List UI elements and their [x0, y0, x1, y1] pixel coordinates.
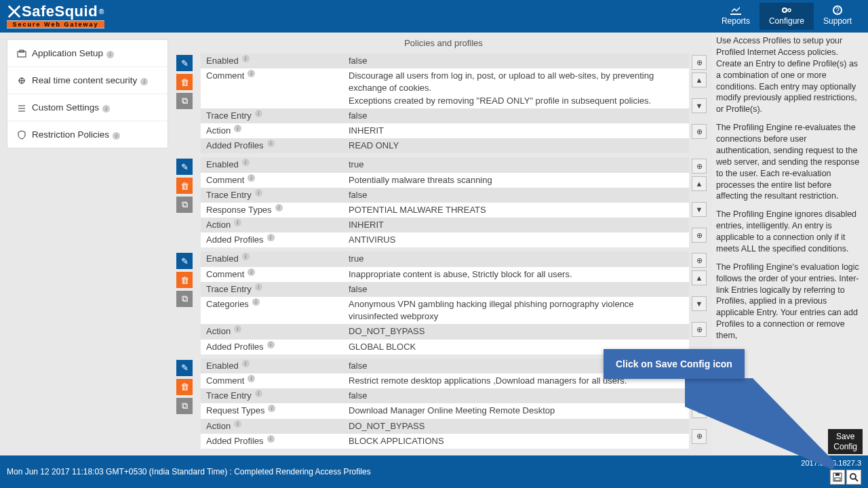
rule-row: ActionINHERIT: [201, 218, 689, 232]
move-bottom-button[interactable]: ⊕: [692, 124, 707, 139]
tagline: Secure Web Gateway: [7, 20, 104, 28]
rule-key: Trace Entry: [203, 283, 346, 296]
nav-support[interactable]: ? Support: [814, 3, 861, 30]
version-text: 2017.0506.1827.3: [801, 459, 861, 467]
rule-row: CommentInappropriate content is abuse, S…: [201, 267, 689, 282]
main: Application Setup Real time content secu…: [0, 33, 868, 455]
help-text: The Profiling Engine re-evaluates the co…: [716, 122, 864, 202]
copy-button[interactable]: ⧉: [176, 93, 193, 109]
bug-icon: [17, 76, 26, 85]
rule-value: Potentially malware threats scanning: [346, 174, 686, 187]
edit-button[interactable]: ✎: [176, 159, 193, 175]
delete-button[interactable]: 🗑: [176, 379, 193, 395]
rule-key: Trace Entry: [203, 109, 346, 123]
annotation-callout: Click on Save Config icon: [604, 349, 745, 379]
rule-key: Comment: [203, 268, 346, 281]
search-icon: [849, 472, 859, 482]
rule-block: ✎🗑⧉EnabledtrueCommentInappropriate conte…: [176, 251, 711, 354]
move-up-button[interactable]: ▲: [692, 73, 707, 87]
logo-icon: [7, 4, 22, 19]
rule-row: Request TypesDownload Manager Online Mee…: [201, 403, 689, 418]
rule-row: Response TypesPOTENTIAL MALWARE THREATS: [201, 203, 689, 218]
search-button[interactable]: [846, 470, 861, 485]
logo: SafeSquid® Secure Web Gateway: [7, 3, 104, 30]
rule-value: false: [346, 109, 686, 123]
rule-key: Comment: [203, 69, 346, 108]
rule-key: Enabled: [203, 252, 346, 266]
delete-button[interactable]: 🗑: [176, 74, 193, 90]
status-text: Mon Jun 12 2017 11:18:03 GMT+0530 (India…: [7, 467, 371, 476]
info-icon: [137, 75, 148, 85]
rule-value: false: [346, 283, 686, 296]
rule-row: Enabledfalse: [201, 54, 689, 68]
move-bottom-button[interactable]: ⊕: [692, 228, 707, 243]
move-top-button[interactable]: ⊕: [692, 55, 707, 70]
copy-button[interactable]: ⧉: [176, 398, 193, 414]
rule-block: ✎🗑⧉EnabledfalseCommentDiscourage all use…: [176, 54, 711, 153]
svg-point-16: [850, 474, 856, 479]
rule-key: Trace Entry: [203, 389, 346, 403]
rules-list: ✎🗑⧉EnabledfalseCommentDiscourage all use…: [175, 54, 712, 455]
rule-value: DO_NOT_BYPASS: [346, 325, 686, 338]
edit-button[interactable]: ✎: [176, 360, 193, 376]
copy-button[interactable]: ⧉: [176, 291, 193, 307]
rule-row: Added ProfilesBLOCK APPLICATIONS: [201, 434, 689, 449]
rule-value: Discourage all users from log in, post, …: [346, 69, 686, 108]
delete-button[interactable]: 🗑: [176, 272, 193, 288]
save-config-button[interactable]: [830, 470, 845, 485]
save-config-tooltip: SaveConfig: [828, 429, 863, 454]
rule-key: Request Types: [203, 404, 346, 418]
move-down-button[interactable]: ▼: [692, 202, 707, 217]
rule-value: POTENTIAL MALWARE THREATS: [346, 203, 686, 217]
rule-value: INHERIT: [346, 124, 686, 138]
rule-value: false: [346, 188, 686, 202]
sidebar-item-restriction-policies[interactable]: Restriction Policies: [7, 121, 167, 148]
rule-value: ANTIVIRUS: [346, 233, 686, 247]
edit-button[interactable]: ✎: [176, 253, 193, 269]
sidebar-item-application-setup[interactable]: Application Setup: [7, 40, 167, 67]
move-up-button[interactable]: ▲: [692, 176, 707, 191]
sidebar-item-realtime-security[interactable]: Real time content security: [7, 67, 167, 94]
rule-key: Enabled: [203, 359, 346, 373]
rule-row: Trace Entryfalse: [201, 188, 689, 203]
sidebar: Application Setup Real time content secu…: [0, 33, 175, 455]
move-up-button[interactable]: ▲: [692, 270, 707, 285]
move-down-button[interactable]: ▼: [692, 403, 707, 418]
nav-configure[interactable]: Configure: [760, 3, 814, 30]
rule-key: Action: [203, 420, 346, 433]
move-down-button[interactable]: ▼: [692, 296, 707, 311]
rule-row: Added ProfilesREAD ONLY: [201, 138, 689, 153]
rule-value: Download Manager Online Meeting Remote D…: [346, 404, 686, 418]
sidebar-item-custom-settings[interactable]: Custom Settings: [7, 94, 167, 121]
gears-icon: [781, 5, 792, 15]
svg-point-0: [783, 8, 787, 12]
move-bottom-button[interactable]: ⊕: [692, 429, 707, 444]
rule-key: Trace Entry: [203, 188, 346, 202]
move-down-button[interactable]: ▼: [692, 98, 707, 113]
rule-value: false: [346, 389, 686, 403]
rule-key: Added Profiles: [203, 434, 346, 448]
move-bottom-button[interactable]: ⊕: [692, 322, 707, 337]
rule-row: Trace Entryfalse: [201, 388, 689, 403]
help-text: The Profiling Engine's evaluation logic …: [716, 262, 864, 342]
rule-row: ActionINHERIT: [201, 123, 689, 138]
rule-block: ✎🗑⧉EnabledtrueCommentPotentially malware…: [176, 157, 711, 247]
rule-key: Categories: [203, 298, 346, 323]
delete-button[interactable]: 🗑: [176, 178, 193, 194]
footer: Mon Jun 12 2017 11:18:03 GMT+0530 (India…: [0, 455, 868, 488]
rule-value: false: [346, 54, 686, 68]
move-up-button[interactable]: ▲: [692, 378, 707, 392]
svg-point-1: [788, 9, 791, 12]
rule-key: Enabled: [203, 158, 346, 171]
move-top-button[interactable]: ⊕: [692, 159, 707, 174]
rule-row: CommentPotentially malware threats scann…: [201, 173, 689, 188]
page-title: Policies and profiles: [175, 33, 712, 54]
nav-reports[interactable]: Reports: [712, 3, 760, 30]
move-top-button[interactable]: ⊕: [692, 253, 707, 268]
help-panel: Use Access Profiles to setup your Profil…: [712, 33, 868, 455]
rule-row: CommentDiscourage all users from log in,…: [201, 68, 689, 108]
copy-button[interactable]: ⧉: [176, 197, 193, 213]
chart-icon: [730, 5, 741, 15]
center-panel: Policies and profiles ✎🗑⧉EnabledfalseCom…: [175, 33, 712, 455]
edit-button[interactable]: ✎: [176, 55, 193, 71]
